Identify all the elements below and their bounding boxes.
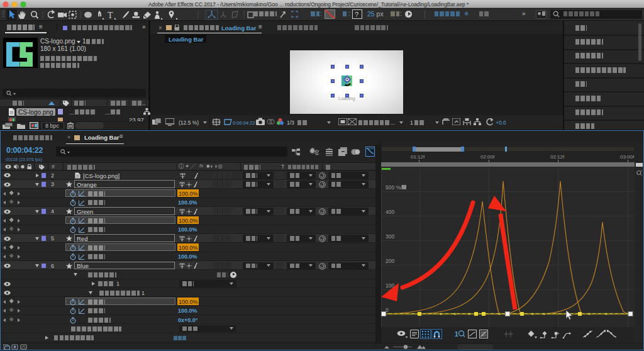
- svg-text:300: 300: [386, 233, 394, 240]
- svg-text:200: 200: [386, 258, 394, 264]
- svg-text:400: 400: [386, 209, 394, 215]
- svg-text:500 %/: 500 %/: [386, 184, 402, 191]
- svg-text:T: T: [108, 11, 113, 20]
- svg-text:1: 1: [455, 331, 458, 338]
